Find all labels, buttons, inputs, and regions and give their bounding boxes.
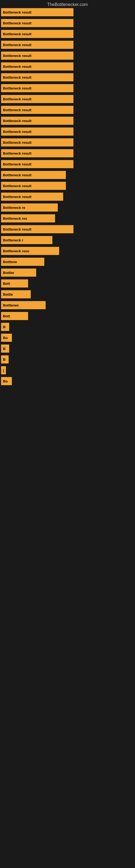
bar-row: Bott: [1, 279, 135, 287]
bottleneck-bar: Bott: [1, 312, 28, 320]
bottleneck-bar: Bottleneck result: [1, 225, 74, 233]
bar-row: Bottlene: [1, 258, 135, 266]
bar-row: Bottleneck result: [1, 19, 135, 27]
bottleneck-bar: Bottleneck result: [1, 171, 66, 179]
bottleneck-bar: Bottlenec: [1, 301, 46, 309]
bar-row: Bottleneck result: [1, 73, 135, 82]
bar-row: Bottleneck result: [1, 160, 135, 168]
bar-row: Bottleneck result: [1, 149, 135, 157]
bar-row: Bottleneck result: [1, 127, 135, 135]
bottleneck-bar: Bo: [1, 334, 12, 342]
bottleneck-bar: Bottleneck r: [1, 236, 52, 244]
bar-row: Bottleneck result: [1, 182, 135, 190]
bottleneck-bar: Bottleneck result: [1, 95, 74, 103]
bottleneck-bar: |: [1, 366, 6, 374]
bottleneck-bar: Bottleneck result: [1, 52, 74, 60]
bottleneck-bar: B: [1, 323, 9, 331]
bottleneck-bar: Bottleneck result: [1, 193, 63, 201]
bottleneck-bar: Bo: [1, 377, 12, 385]
bottleneck-bar: Bottleneck re: [1, 204, 58, 212]
bottleneck-bar: Bottleneck result: [1, 19, 74, 27]
bar-row: Bottleneck result: [1, 193, 135, 201]
bar-row: Bottleneck result: [1, 41, 135, 49]
bottleneck-bar: Bottleneck result: [1, 149, 74, 157]
bottleneck-bar: Bottleneck result: [1, 30, 74, 38]
bottleneck-bar: Bottleneck res: [1, 214, 55, 222]
bar-row: Bottleneck r: [1, 236, 135, 244]
bar-row: |: [1, 366, 135, 374]
bottleneck-bar: Bottleneck result: [1, 84, 74, 92]
bar-row: Bottleneck result: [1, 8, 135, 16]
bar-row: Bottleneck re: [1, 204, 135, 212]
bottleneck-bar: Bottleneck result: [1, 138, 74, 147]
bar-row: Bottleneck result: [1, 62, 135, 70]
bar-row: Bottleneck resu: [1, 247, 135, 255]
bar-row: Bottleneck result: [1, 30, 135, 38]
bar-row: Bottleneck result: [1, 138, 135, 147]
bottleneck-bar: Bottlene: [1, 258, 44, 266]
bottleneck-bar: Bottleneck result: [1, 106, 74, 114]
bottleneck-bar: Bottleneck result: [1, 160, 74, 168]
bottleneck-bar: Bott: [1, 279, 28, 287]
bar-row: Bottlenec: [1, 301, 135, 309]
bottleneck-bar: Bottleneck result: [1, 41, 74, 49]
site-title: TheBottlenecker.com: [0, 0, 135, 8]
bar-row: B: [1, 323, 135, 331]
bottleneck-bar: B: [1, 355, 9, 364]
bar-row: Bottleneck result: [1, 84, 135, 92]
bar-row: Bottleneck result: [1, 52, 135, 60]
bottleneck-bar: Bottleneck result: [1, 73, 74, 82]
bottleneck-bar: Bottleneck result: [1, 62, 74, 70]
bar-row: Bottler: [1, 269, 135, 277]
bar-row: Bottleneck result: [1, 117, 135, 125]
bottleneck-bar: Bottleneck result: [1, 182, 66, 190]
bottleneck-bar: Bottleneck resu: [1, 247, 59, 255]
bar-row: Bottle: [1, 290, 135, 299]
bottleneck-bar: Bottleneck result: [1, 127, 74, 135]
bottleneck-bar: Bottleneck result: [1, 117, 74, 125]
bar-row: B: [1, 344, 135, 352]
bar-row: Bo: [1, 334, 135, 342]
bar-row: Bottleneck result: [1, 225, 135, 233]
bar-row: Bottleneck res: [1, 214, 135, 222]
bar-row: Bottleneck result: [1, 106, 135, 114]
bottleneck-bar: B: [1, 344, 9, 352]
bottleneck-bar: Bottle: [1, 290, 31, 299]
bottleneck-bar: Bottleneck result: [1, 8, 74, 16]
bar-row: Bott: [1, 312, 135, 320]
bar-row: Bottleneck result: [1, 171, 135, 179]
bar-row: B: [1, 355, 135, 364]
bar-row: Bo: [1, 377, 135, 385]
bar-row: Bottleneck result: [1, 95, 135, 103]
bottleneck-bar: Bottler: [1, 269, 36, 277]
